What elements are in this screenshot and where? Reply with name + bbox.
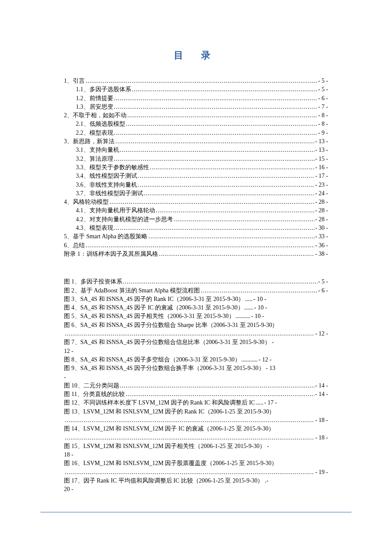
toc-entry[interactable]: 3.4、线性模型因子测试- 17 -: [64, 172, 328, 180]
toc-title: 目 录: [64, 49, 328, 62]
toc-leader: [86, 241, 314, 250]
figure-entry[interactable]: 图 13、LSVM_12M 和 ISNLSVM_12M 因子的 Rank IC（…: [64, 408, 328, 425]
toc-entry-page: - 8 -: [318, 111, 328, 120]
figure-entry[interactable]: 图 1、多因子投资体系- 5 -: [64, 278, 328, 286]
figure-entry-page: - 5 -: [318, 278, 328, 286]
toc-entry[interactable]: 4.3、模型表现- 30 -: [64, 224, 328, 232]
figure-entry-page: - 14 -: [315, 390, 328, 399]
toc-leader: [114, 129, 317, 137]
toc-leader: [114, 103, 317, 111]
toc-leader: [65, 330, 314, 338]
toc-entry-label: 3.2、算法原理: [76, 155, 113, 163]
figure-entry-page: - 19 -: [315, 468, 328, 477]
toc-entry-page: - 30 -: [315, 224, 328, 232]
toc-entry-page: - 15 -: [315, 155, 328, 163]
figure-entry-page: - 17 -: [264, 399, 277, 407]
toc-leader: [148, 232, 314, 241]
toc-leader: [86, 77, 317, 85]
toc-leader: [123, 278, 317, 286]
toc-leader: [138, 181, 314, 189]
figure-entry-label: 图 13、LSVM_12M 和 ISNLSVM_12M 因子的 Rank IC（…: [64, 408, 328, 416]
toc-entry-page: - 28 -: [315, 206, 328, 215]
figure-entry[interactable]: 图 3、SA_4S 和 ISNSA_4S 因子的 Rank IC（2006-3-…: [64, 295, 328, 304]
toc-leader: ...........: [242, 356, 258, 364]
toc-entry[interactable]: 6、总结- 36 -: [64, 241, 328, 250]
figure-entry[interactable]: 图 11、分类直线的比较- 14 -: [64, 390, 328, 399]
toc-leader: [110, 198, 314, 206]
toc-entry[interactable]: 1.1、多因子选股体系- 5 -: [64, 85, 328, 94]
toc-entry[interactable]: 3、新思路，新算法- 13 -: [64, 137, 328, 146]
figure-entry-label: 图 3、SA_4S 和 ISNSA_4S 因子的 Rank IC（2006-3-…: [64, 295, 244, 304]
figure-entry[interactable]: 图 10、二元分类问题- 14 -: [64, 382, 328, 390]
toc-entry[interactable]: 5、基于 Smart Alpha 的选股策略- 33 -: [64, 232, 328, 241]
toc-entry-label: 4.3、模型表现: [76, 224, 113, 232]
figure-entry[interactable]: 图 12、不同训练样本长度下 LSVM_12M 因子的 Rank IC 和风险调…: [64, 399, 328, 407]
figure-entry-page: 20 -: [64, 485, 73, 494]
toc-entry[interactable]: 2.1、低频选股模型- 8 -: [64, 120, 328, 128]
toc-entry-label: 1.1、多因子选股体系: [76, 85, 131, 94]
figure-entry-page: - 14 -: [315, 382, 328, 390]
figure-entry-label: 图 7、SA_4S 和 ISNSA_4S 因子分位数组合信息比率（2006-3-…: [64, 338, 328, 347]
figure-entry[interactable]: 图 5、SA_4S 和 ISNSA_4S 因子相关性（2006-3-31 至 2…: [64, 312, 328, 321]
toc-entry[interactable]: 3.1、支持向量机- 13 -: [64, 146, 328, 154]
figure-entry-label: 图 11、分类直线的比较: [64, 390, 125, 399]
figure-entry-label: 图 9、SA_4S 和 ISNSA_4S 因子分位数组合换手率（2006-3-3…: [64, 364, 328, 373]
toc-entry-page: - 13 -: [315, 146, 328, 154]
toc-entry-label: 1、引言: [64, 77, 85, 85]
figure-entry[interactable]: 图 8、SA_4S 和 ISNSA_4S 因子多空组合（2006-3-31 至 …: [64, 356, 328, 364]
figure-entry-page: 18 -: [64, 451, 73, 459]
figure-entry[interactable]: 图 14、LSVM_12M 和 ISNLSVM_12M 因子 IC 的衰减（20…: [64, 425, 328, 442]
toc-entry-page: - 17 -: [315, 172, 328, 180]
toc-entry-label: 5、基于 Smart Alpha 的选股策略: [64, 232, 147, 241]
toc-leader: .....: [245, 295, 253, 304]
toc-entry[interactable]: 4.2、对支持向量机模型的进一步思考- 28 -: [64, 215, 328, 224]
figure-entry-page: - 18 -: [315, 434, 328, 442]
toc-entry[interactable]: 附录 1：训练样本因子及其所属风格- 38 -: [64, 250, 328, 258]
figure-entry[interactable]: 图 6、SA_4S 和 ISNSA_4S 因子分位数组合 Sharpe 比率（2…: [64, 321, 328, 338]
toc-entry-page: - 28 -: [315, 198, 328, 206]
toc-chapters: 1、引言- 5 -1.1、多因子选股体系- 5 -1.2、前情提要- 6 -1.…: [64, 77, 328, 258]
toc-leader: [65, 416, 314, 425]
toc-entry-page: - 33 -: [315, 232, 328, 241]
figure-entry-label: 图 10、二元分类问题: [64, 382, 119, 390]
toc-entry-page: - 13 -: [315, 137, 328, 146]
figure-entry-label: 图 5、SA_4S 和 ISNSA_4S 因子相关性（2006-3-31 至 2…: [64, 312, 235, 321]
figure-entry[interactable]: 图 17、因子 Rank IC 平均值和风险调整后 IC 比较（2006-1-2…: [64, 477, 328, 494]
toc-leader: [126, 390, 314, 399]
toc-leader: [156, 206, 314, 215]
toc-entry-label: 4、风格轮动模型: [64, 198, 109, 206]
figure-entry-label: 图 17、因子 Rank IC 平均值和风险调整后 IC 比较（2006-1-2…: [64, 477, 328, 485]
toc-entry[interactable]: 1.2、前情提要- 6 -: [64, 94, 328, 103]
toc-leader: [126, 120, 317, 128]
figure-entry-label: 图 8、SA_4S 和 ISNSA_4S 因子多空组合（2006-3-31 至 …: [64, 356, 241, 364]
figure-entry[interactable]: 图 16、LSVM_12M 和 ISNLSVM_12M 因子股票覆盖度（2006…: [64, 459, 328, 477]
toc-entry-label: 4.2、对支持向量机模型的进一步思考: [76, 215, 173, 224]
toc-entry-label: 2、不取于相，如如不动: [64, 111, 127, 120]
toc-entry-label: 4.1、支持向量机用于风格轮动: [76, 206, 155, 215]
toc-entry[interactable]: 2、不取于相，如如不动- 8 -: [64, 111, 328, 120]
figure-entry-page: - 6 -: [318, 286, 328, 295]
toc-leader: [174, 215, 314, 224]
figure-entry[interactable]: 图 7、SA_4S 和 ISNSA_4S 因子分位数组合信息比率（2006-3-…: [64, 338, 328, 356]
toc-leader: [115, 137, 314, 146]
toc-leader: [114, 224, 314, 232]
toc-entry[interactable]: 1、引言- 5 -: [64, 77, 328, 85]
toc-leader: [144, 189, 314, 198]
toc-entry-label: 6、总结: [64, 241, 85, 250]
toc-entry[interactable]: 3.7、非线性模型因子测试- 24 -: [64, 189, 328, 198]
toc-entry[interactable]: 3.2、算法原理- 15 -: [64, 155, 328, 163]
toc-entry[interactable]: 1.3、居安思变- 7 -: [64, 103, 328, 111]
figure-entry[interactable]: 图 4、SA_4S 和 ISNSA_4S 因子 IC 的衰减（2006-3-31…: [64, 304, 328, 312]
figure-entry-label: 图 16、LSVM_12M 和 ISNLSVM_12M 因子股票覆盖度（2006…: [64, 459, 328, 468]
toc-leader: [138, 172, 314, 180]
toc-entry[interactable]: 3.6、非线性支持向量机- 23 -: [64, 181, 328, 189]
figure-entry[interactable]: 图 15、LSVM_12M 和 ISNLSVM_12M 因子相关性（2006-1…: [64, 442, 328, 460]
toc-entry[interactable]: 4、风格轮动模型- 28 -: [64, 198, 328, 206]
toc-entry[interactable]: 3.3、模型关于参数的敏感性- 16 -: [64, 163, 328, 172]
figure-entry[interactable]: 图 2、基于 AdaBoost 算法的 Smart Alpha 模型流程图- 6…: [64, 286, 328, 295]
toc-leader: .....: [256, 399, 263, 407]
toc-entry[interactable]: 4.1、支持向量机用于风格轮动- 28 -: [64, 206, 328, 215]
toc-leader: ......: [245, 304, 254, 312]
figure-entry[interactable]: 图 9、SA_4S 和 ISNSA_4S 因子分位数组合换手率（2006-3-3…: [64, 364, 328, 382]
toc-entry[interactable]: 2.2、模型表现- 9 -: [64, 129, 328, 137]
